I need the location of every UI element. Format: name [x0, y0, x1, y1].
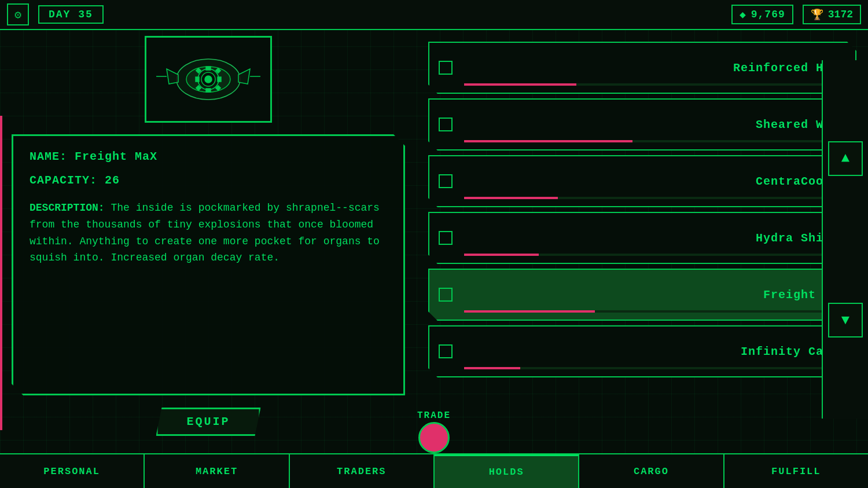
- item-checkbox-2[interactable]: [439, 118, 453, 131]
- item-row-5[interactable]: Freight MaX: [428, 269, 856, 321]
- svg-rect-7: [206, 89, 211, 92]
- scroll-down-icon: ▼: [841, 313, 849, 328]
- ship-display: [145, 36, 272, 123]
- item-row-4[interactable]: Hydra Shield: [428, 212, 856, 264]
- item-list-panel: Reinforced HullSheared WellCentraCoolerH…: [417, 30, 868, 453]
- top-bar: ⚙ DAY 35 ◆ 9,769 🏆 3172: [0, 0, 868, 30]
- nav-btn-traders[interactable]: TRADERS: [290, 454, 435, 488]
- nav-btn-market[interactable]: MARKET: [145, 454, 289, 488]
- item-bar-1: [464, 83, 838, 86]
- gear-icon: ⚙: [14, 8, 21, 22]
- top-bar-left: ⚙ DAY 35: [7, 3, 104, 25]
- svg-rect-8: [196, 77, 199, 82]
- svg-rect-6: [206, 67, 211, 70]
- trophy-display: 🏆 3172: [803, 5, 861, 24]
- left-panel: NAME: Freight MaX CAPACITY: 26 DESCRIPTI…: [0, 30, 417, 453]
- scroll-up-icon: ▲: [841, 151, 849, 166]
- item-row-3[interactable]: CentraCooler: [428, 155, 856, 207]
- item-bar-6: [464, 367, 838, 369]
- info-panel: NAME: Freight MaX CAPACITY: 26 DESCRIPTI…: [12, 134, 405, 395]
- trophy-icon: 🏆: [811, 8, 823, 21]
- top-bar-right: ◆ 9,769 🏆 3172: [731, 5, 861, 24]
- item-description-display: DESCRIPTION: The inside is pockmarked by…: [30, 200, 387, 266]
- currency-icon: ◆: [740, 8, 746, 21]
- item-bar-fill-6: [464, 367, 520, 369]
- bottom-nav: PERSONALMARKETTRADERSHOLDSCARGOFULFILL: [0, 453, 868, 488]
- item-bar-fill-4: [464, 254, 539, 256]
- trade-area: TRADE: [417, 410, 451, 453]
- item-checkbox-3[interactable]: [439, 174, 453, 188]
- nav-btn-holds[interactable]: HOLDS: [435, 454, 579, 488]
- item-checkbox-5[interactable]: [439, 288, 453, 302]
- item-bar-fill-5: [464, 310, 595, 313]
- item-bar-5: [464, 310, 838, 313]
- item-bar-2: [464, 140, 838, 142]
- trade-label: TRADE: [417, 410, 451, 421]
- item-row-2[interactable]: Sheared Well: [428, 98, 856, 151]
- equip-button[interactable]: EQUIP: [156, 408, 260, 436]
- trade-button[interactable]: [418, 422, 450, 453]
- nav-btn-cargo[interactable]: CARGO: [579, 454, 724, 488]
- item-bar-4: [464, 254, 838, 256]
- item-bar-fill-3: [464, 197, 558, 199]
- trophy-value: 3172: [828, 9, 853, 20]
- currency-value: 9,769: [751, 9, 785, 20]
- currency-display: ◆ 9,769: [731, 5, 793, 24]
- nav-btn-fulfill[interactable]: FULFILL: [724, 454, 868, 488]
- day-display: DAY 35: [38, 5, 104, 24]
- item-checkbox-6[interactable]: [439, 344, 453, 358]
- svg-rect-9: [218, 77, 221, 82]
- item-capacity-display: CAPACITY: 26: [30, 174, 387, 187]
- item-bar-3: [464, 197, 838, 199]
- item-bar-fill-2: [464, 140, 632, 142]
- item-checkbox-4[interactable]: [439, 231, 453, 245]
- nav-btn-personal[interactable]: PERSONAL: [0, 454, 145, 488]
- svg-point-5: [205, 76, 212, 83]
- item-name-display: NAME: Freight MaX: [30, 150, 387, 163]
- main-area: NAME: Freight MaX CAPACITY: 26 DESCRIPTI…: [0, 30, 868, 453]
- item-row-6[interactable]: Infinity Cache: [428, 325, 856, 377]
- scroll-panel: ▲ ▼: [822, 60, 868, 419]
- item-row-1[interactable]: Reinforced Hull: [428, 42, 856, 94]
- ship-image: [156, 45, 260, 114]
- scroll-up-button[interactable]: ▲: [828, 141, 863, 176]
- item-checkbox-1[interactable]: [439, 61, 453, 75]
- scroll-down-button[interactable]: ▼: [828, 303, 863, 337]
- settings-button[interactable]: ⚙: [7, 3, 29, 25]
- item-bar-fill-1: [464, 83, 576, 86]
